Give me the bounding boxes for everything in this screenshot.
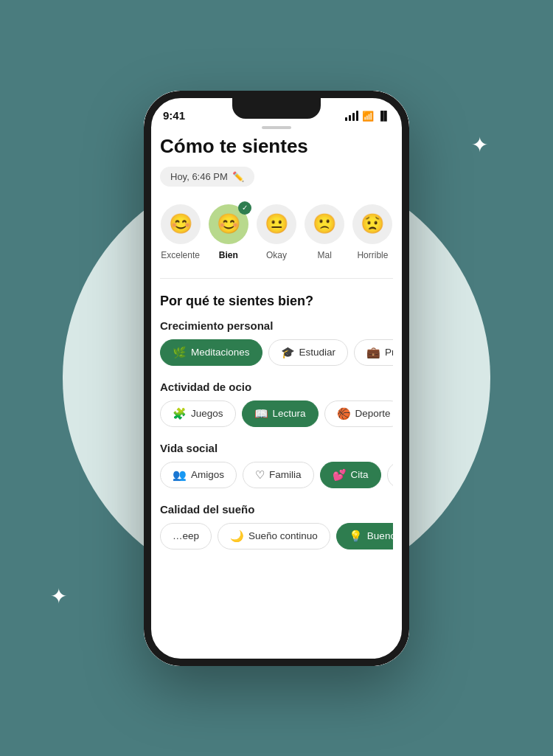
battery-icon: ▐▌ — [378, 111, 390, 121]
divider — [160, 278, 393, 279]
chip-label-lectura: Lectura — [273, 408, 306, 419]
chip-label-familia: Familia — [269, 469, 302, 480]
chip-continuo[interactable]: 🌙 Sueño continuo — [218, 523, 330, 549]
chip-productividad[interactable]: 💼 Productiv… — [354, 339, 393, 366]
continuo-icon: 🌙 — [230, 530, 244, 543]
chip-label-buenos: Buenos sueños — [367, 530, 393, 541]
mood-label-mal: Mal — [318, 250, 332, 260]
scroll-indicator — [262, 126, 291, 129]
chip-label-deep: …eep — [173, 530, 199, 541]
pencil-icon: ✏️ — [232, 171, 244, 182]
page-title: Cómo te sientes — [160, 135, 393, 158]
wifi-icon: 📶 — [362, 111, 374, 122]
meditaciones-icon: 🌿 — [173, 346, 187, 359]
mood-face-okay: 😐 — [257, 204, 296, 244]
chip-buenos[interactable]: 💡 Buenos sueños — [336, 523, 393, 549]
chip-lectura[interactable]: 📖 Lectura — [242, 400, 319, 427]
familia-icon: ♡ — [255, 468, 265, 482]
chip-deep[interactable]: …eep — [160, 523, 212, 549]
chip-fiesta[interactable]: 🍷 Fie… — [387, 462, 393, 488]
chips-social: 👥 Amigos ♡ Familia 💕 Cita 🍷 Fie… — [160, 462, 393, 488]
mood-label-excelente: Excelente — [161, 250, 200, 260]
mood-checkmark: ✓ — [238, 201, 251, 215]
mood-label-okay: Okay — [266, 250, 287, 260]
chip-label-juegos: Juegos — [191, 408, 223, 419]
category-title-sueno: Calidad del sueño — [160, 503, 393, 516]
chip-label-amigos: Amigos — [191, 469, 224, 480]
main-content: Cómo te sientes Hoy, 6:46 PM ✏️ 😊 Excele… — [144, 135, 409, 666]
category-title-social: Vida social — [160, 442, 393, 454]
sparkle-icon-bl: ✦ — [50, 584, 67, 608]
mood-bien[interactable]: 😊 ✓ Bien — [208, 204, 248, 260]
category-title-crecimiento: Crecimiento personal — [160, 319, 393, 332]
chip-label-deporte: Deporte — [355, 408, 391, 419]
chip-label-cita: Cita — [351, 469, 369, 480]
category-title-ocio: Actividad de ocio — [160, 381, 393, 393]
mood-label-bien: Bien — [219, 250, 238, 260]
phone-frame: 9:41 📶 ▐▌ Cómo te sientes Hoy, 6:46 PM ✏… — [144, 91, 409, 666]
chip-meditaciones[interactable]: 🌿 Meditaciones — [160, 339, 262, 366]
mood-face-excelente: 😊 — [161, 204, 201, 244]
amigos-icon: 👥 — [173, 468, 187, 482]
chip-amigos[interactable]: 👥 Amigos — [160, 462, 237, 488]
chip-deporte[interactable]: 🏀 Deporte — [324, 400, 393, 427]
buenos-icon: 💡 — [349, 530, 363, 543]
chips-crecimiento: 🌿 Meditaciones 🎓 Estudiar 💼 Productiv… — [160, 339, 393, 366]
mood-okay[interactable]: 😐 Okay — [256, 204, 296, 260]
deporte-icon: 🏀 — [337, 407, 351, 420]
mood-selector: 😊 Excelente 😊 ✓ Bien 😐 Okay 🙁 Mal 😟 H — [160, 204, 393, 260]
date-badge[interactable]: Hoy, 6:46 PM ✏️ — [160, 167, 254, 187]
chip-cita[interactable]: 💕 Cita — [320, 462, 381, 488]
mood-excelente[interactable]: 😊 Excelente — [160, 204, 201, 260]
chip-label-productividad: Productiv… — [385, 347, 393, 358]
chip-label-estudiar: Estudiar — [299, 347, 336, 358]
sparkle-icon-tr: ✦ — [471, 133, 488, 157]
chip-label-meditaciones: Meditaciones — [191, 347, 250, 358]
status-time: 9:41 — [163, 109, 185, 122]
mood-label-horrible: Horrible — [357, 250, 388, 260]
mood-face-horrible: 😟 — [352, 204, 392, 244]
chip-familia[interactable]: ♡ Familia — [243, 462, 314, 488]
productividad-icon: 💼 — [366, 346, 380, 359]
mood-mal[interactable]: 🙁 Mal — [305, 204, 345, 260]
chip-juegos[interactable]: 🧩 Juegos — [160, 400, 236, 427]
section-title: Por qué te sientes bien? — [160, 294, 393, 309]
chip-estudiar[interactable]: 🎓 Estudiar — [268, 339, 349, 366]
estudiar-icon: 🎓 — [281, 346, 295, 359]
status-icons: 📶 ▐▌ — [345, 111, 390, 122]
mood-face-bien: 😊 ✓ — [209, 204, 248, 244]
chips-sueno: …eep 🌙 Sueño continuo 💡 Buenos sueños — [160, 523, 393, 549]
chips-ocio: 🧩 Juegos 📖 Lectura 🏀 Deporte 🌿 — [160, 400, 393, 427]
mood-face-mal: 🙁 — [305, 204, 344, 244]
signal-icon — [345, 111, 358, 121]
date-label: Hoy, 6:46 PM — [170, 171, 228, 182]
phone-notch — [232, 98, 321, 119]
mood-horrible[interactable]: 😟 Horrible — [352, 204, 393, 260]
cita-icon: 💕 — [333, 468, 347, 482]
chip-label-continuo: Sueño continuo — [248, 530, 318, 541]
juegos-icon: 🧩 — [173, 407, 187, 420]
lectura-icon: 📖 — [254, 407, 268, 420]
